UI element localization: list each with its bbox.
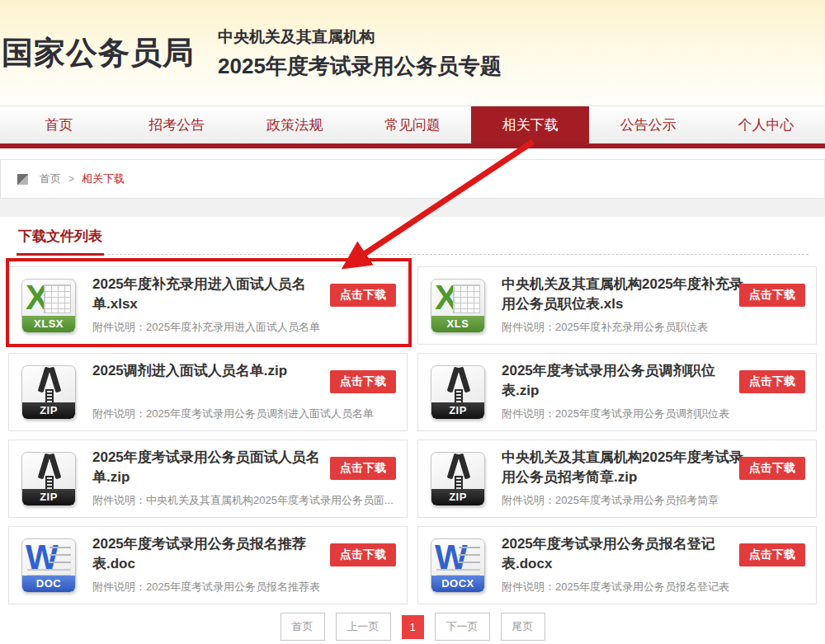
site-header: 国家公务员局 中央机关及其直属机构 2025年度考试录用公务员专题 xyxy=(0,0,825,106)
nav-item-3[interactable]: 常见问题 xyxy=(354,106,472,143)
file-description: 附件说明：中央机关及其直属机构2025年度考试录用公务员面... xyxy=(92,493,395,508)
download-card: W DOCX 2025年度考试录用公务员报名登记表.docx 附件说明：2025… xyxy=(417,526,817,604)
download-button[interactable]: 点击下载 xyxy=(330,457,396,480)
section-title-bar: 下载文件列表 xyxy=(16,227,808,255)
pagination: 首页 上一页 1 下一页 尾页 xyxy=(8,613,817,644)
file-extension-badge: ZIP xyxy=(431,489,484,505)
breadcrumb-separator: > xyxy=(68,173,74,185)
file-type-icon: ZIP xyxy=(431,365,485,420)
download-button[interactable]: 点击下载 xyxy=(739,457,805,480)
nav-item-label: 政策法规 xyxy=(266,115,323,134)
file-extension-badge: XLS xyxy=(431,316,484,332)
file-name-link[interactable]: 2025年度考试录用公务员调剂职位表.zip xyxy=(502,361,745,401)
download-button[interactable]: 点击下载 xyxy=(739,543,805,566)
pagination-last-button[interactable]: 尾页 xyxy=(501,613,545,641)
download-button[interactable]: 点击下载 xyxy=(739,284,805,307)
file-description: 附件说明：2025年度考试录用公务员报名推荐表 xyxy=(92,580,395,595)
file-extension-badge: XLSX xyxy=(22,316,75,332)
download-card: ZIP 中央机关及其直属机构2025年度考试录用公务员招考简章.zip 附件说明… xyxy=(417,440,817,518)
download-card: X XLS 中央机关及其直属机构2025年度补充录用公务员职位表.xls 附件说… xyxy=(417,266,817,345)
nav-item-label: 常见问题 xyxy=(384,115,441,134)
pagination-prev-button[interactable]: 上一页 xyxy=(336,613,391,641)
download-card: ZIP 2025年度考试录用公务员调剂职位表.zip 附件说明：2025年度考试… xyxy=(417,353,817,431)
nav-item-label: 招考公告 xyxy=(148,115,205,134)
section-title: 下载文件列表 xyxy=(16,227,104,256)
file-type-icon: W DOC xyxy=(21,538,76,593)
subtitle-org: 中央机关及其直属机构 xyxy=(218,26,502,48)
site-logo-text: 国家公务员局 xyxy=(0,32,195,74)
file-name-link[interactable]: 2025年度补充录用进入面试人员名单.xlsx xyxy=(92,275,336,314)
nav-item-6[interactable]: 个人中心 xyxy=(707,106,825,143)
download-card: X XLSX 2025年度补充录用进入面试人员名单.xlsx 附件说明：2025… xyxy=(8,266,408,345)
file-type-icon: ZIP xyxy=(431,452,485,506)
document-lines-pattern xyxy=(459,547,480,570)
spreadsheet-grid-pattern xyxy=(44,284,71,313)
download-button[interactable]: 点击下载 xyxy=(330,370,396,393)
main-nav: 首页 招考公告 政策法规 常见问题 相关下载 公告公示 个人中心 xyxy=(0,106,825,143)
download-button[interactable]: 点击下载 xyxy=(739,370,805,393)
breadcrumb-current-link[interactable]: 相关下载 xyxy=(82,172,125,186)
file-extension-badge: ZIP xyxy=(22,489,75,505)
file-description: 附件说明：2025年度补充录用进入面试人员名单 xyxy=(92,320,395,335)
section-divider-strip xyxy=(0,199,825,217)
breadcrumb: 首页 > 相关下载 xyxy=(0,159,825,199)
file-name-link[interactable]: 2025年度考试录用公务员报名推荐表.doc xyxy=(92,534,336,574)
download-card: ZIP 2025调剂进入面试人员名单.zip 附件说明：2025年度考试录用公务… xyxy=(8,353,408,431)
download-grid: X XLSX 2025年度补充录用进入面试人员名单.xlsx 附件说明：2025… xyxy=(8,266,817,604)
download-button[interactable]: 点击下载 xyxy=(330,284,396,307)
nav-item-label: 公告公示 xyxy=(620,115,676,134)
nav-item-4[interactable]: 相关下载 xyxy=(471,106,589,143)
download-button[interactable]: 点击下载 xyxy=(330,543,396,566)
file-type-icon: W DOCX xyxy=(431,538,485,593)
file-description: 附件说明：2025年度考试录用公务员报名登记表 xyxy=(502,580,804,595)
file-description: 附件说明：2025年度考试录用公务员调剂职位表 xyxy=(502,407,804,421)
nav-item-label: 个人中心 xyxy=(738,115,794,134)
file-extension-badge: DOCX xyxy=(431,576,484,592)
nav-item-label: 相关下载 xyxy=(502,115,559,134)
file-type-icon: ZIP xyxy=(21,365,76,420)
pagination-next-button[interactable]: 下一页 xyxy=(435,613,490,641)
nav-item-1[interactable]: 招考公告 xyxy=(118,106,236,143)
site-subtitle-block: 中央机关及其直属机构 2025年度考试录用公务员专题 xyxy=(218,25,502,81)
nav-item-0[interactable]: 首页 xyxy=(0,106,118,143)
breadcrumb-area: 首页 > 相关下载 xyxy=(0,148,825,199)
nav-item-2[interactable]: 政策法规 xyxy=(236,106,354,143)
download-list-section: 下载文件列表 X XLSX 2025年度补充录用进入面试人员名单.xlsx 附件… xyxy=(0,217,825,644)
spreadsheet-grid-pattern xyxy=(453,284,480,313)
file-name-link[interactable]: 2025年度考试录用公务员面试人员名单.zip xyxy=(92,448,336,487)
file-description: 附件说明：2025年度考试录用公务员招考简章 xyxy=(502,493,804,508)
file-extension-badge: ZIP xyxy=(22,402,75,419)
file-description: 附件说明：2025年度考试录用公务员调剂进入面试人员名单 xyxy=(92,407,395,421)
breadcrumb-position-icon xyxy=(17,174,28,185)
document-lines-pattern xyxy=(50,547,71,570)
file-type-icon: X XLS xyxy=(431,279,485,333)
file-description: 附件说明：2025年度补充录用公务员职位表 xyxy=(502,320,804,335)
file-name-link[interactable]: 2025年度考试录用公务员报名登记表.docx xyxy=(502,534,745,574)
pagination-first-button[interactable]: 首页 xyxy=(280,613,325,641)
file-extension-badge: ZIP xyxy=(431,402,484,419)
file-type-icon: X XLSX xyxy=(21,279,76,333)
file-name-link[interactable]: 2025调剂进入面试人员名单.zip xyxy=(92,361,336,381)
page-number-current[interactable]: 1 xyxy=(402,615,424,639)
file-name-link[interactable]: 中央机关及其直属机构2025年度考试录用公务员招考简章.zip xyxy=(502,448,745,487)
nav-item-5[interactable]: 公告公示 xyxy=(589,106,707,143)
file-name-link[interactable]: 中央机关及其直属机构2025年度补充录用公务员职位表.xls xyxy=(502,275,745,314)
file-extension-badge: DOC xyxy=(22,576,75,592)
nav-item-label: 首页 xyxy=(45,115,73,134)
file-type-icon: ZIP xyxy=(21,452,76,506)
breadcrumb-home-link[interactable]: 首页 xyxy=(40,172,61,186)
subtitle-topic: 2025年度考试录用公务员专题 xyxy=(218,52,502,81)
download-card: ZIP 2025年度考试录用公务员面试人员名单.zip 附件说明：中央机关及其直… xyxy=(8,440,408,518)
download-card: W DOC 2025年度考试录用公务员报名推荐表.doc 附件说明：2025年度… xyxy=(8,526,408,604)
